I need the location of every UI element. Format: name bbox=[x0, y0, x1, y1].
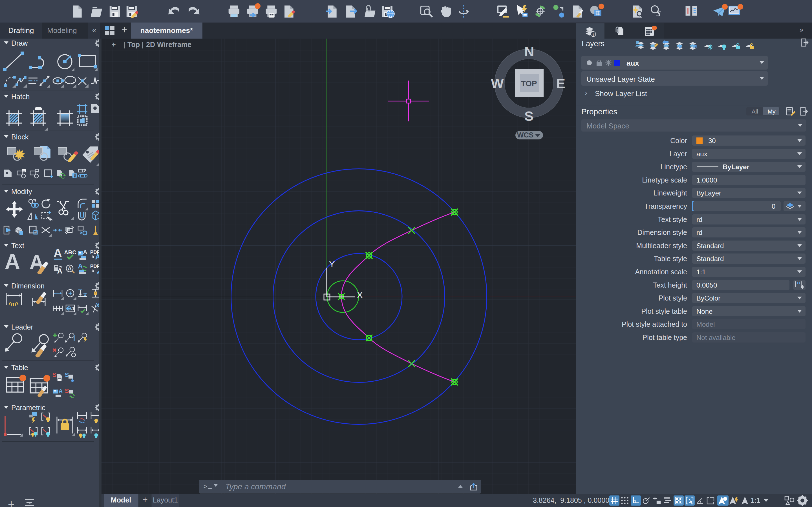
svg-text:i: i bbox=[593, 33, 594, 37]
svg-text:WCS: WCS bbox=[517, 131, 534, 139]
svg-text:|: | bbox=[123, 41, 125, 48]
svg-text:A: A bbox=[57, 267, 63, 275]
svg-text:Y: Y bbox=[329, 259, 335, 269]
svg-text:N: N bbox=[524, 44, 534, 59]
svg-text:S: S bbox=[65, 371, 69, 378]
svg-text:S: S bbox=[524, 109, 534, 124]
svg-text:X: X bbox=[357, 290, 363, 300]
svg-text:Top: Top bbox=[128, 41, 140, 48]
svg-text:A: A bbox=[83, 249, 87, 256]
svg-text:.1: .1 bbox=[71, 306, 74, 311]
svg-text:TOP: TOP bbox=[521, 79, 537, 88]
svg-text:A: A bbox=[68, 265, 71, 272]
svg-text:+: + bbox=[112, 41, 116, 48]
svg-text:PDF: PDF bbox=[90, 264, 100, 269]
svg-text:S: S bbox=[52, 371, 57, 378]
svg-text:A: A bbox=[5, 249, 20, 274]
svg-text:A: A bbox=[59, 388, 63, 394]
svg-text:ABC: ABC bbox=[64, 249, 76, 256]
svg-text:W: W bbox=[491, 76, 504, 91]
svg-text:A: A bbox=[78, 262, 83, 270]
svg-text:S: S bbox=[65, 387, 69, 394]
svg-text:A: A bbox=[54, 246, 62, 260]
svg-text:2D Wireframe: 2D Wireframe bbox=[146, 41, 192, 48]
svg-text:|: | bbox=[142, 41, 144, 48]
svg-text:E: E bbox=[556, 76, 565, 91]
